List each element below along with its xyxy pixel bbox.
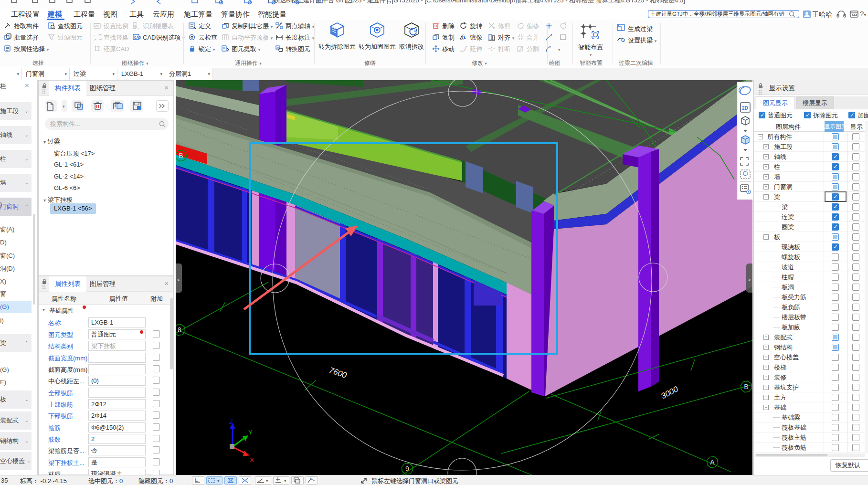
svg-text:B: B (179, 152, 183, 159)
svg-text:Y: Y (248, 429, 253, 436)
svg-text:A: A (710, 458, 715, 466)
svg-text:X: X (250, 456, 254, 464)
svg-text:CAD: CAD (134, 36, 141, 39)
svg-text:>: > (748, 277, 751, 283)
svg-text:▾: ▾ (63, 104, 65, 109)
svg-text:<: < (177, 277, 180, 283)
svg-text:▾: ▾ (217, 478, 220, 483)
svg-text:B: B (744, 383, 748, 390)
svg-text:9: 9 (405, 465, 409, 473)
svg-text:▾: ▾ (284, 478, 286, 483)
svg-text:2D: 2D (742, 105, 748, 111)
svg-text:69: 69 (276, 47, 280, 50)
svg-text:Z: Z (229, 418, 233, 425)
svg-text:▾: ▾ (266, 478, 268, 483)
svg-text:8: 8 (178, 326, 181, 334)
